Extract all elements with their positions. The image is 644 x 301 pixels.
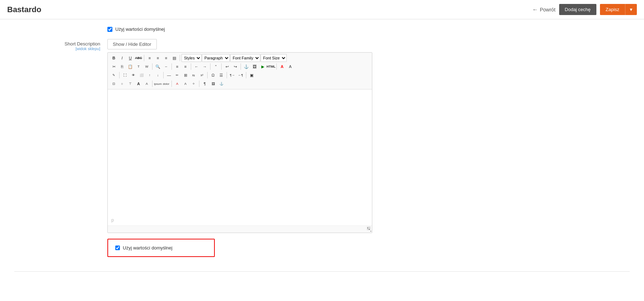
back-link[interactable]: ← Powrót: [532, 6, 556, 13]
text-wrap-button[interactable]: ⊤: [126, 80, 134, 88]
add-attribute-button[interactable]: Dodaj cechę: [559, 4, 596, 15]
back-arrow-icon: ←: [532, 6, 538, 13]
ltr-button[interactable]: ¶→: [228, 71, 236, 79]
toolbar-row-4: ⊡ ○ ⊤ A A ipsum dolor A A ✧ ¶: [110, 80, 370, 88]
paragraph-select[interactable]: Paragraph: [202, 54, 230, 62]
use-default-checkbox-bottom[interactable]: [115, 246, 120, 250]
fullscreen-button[interactable]: ⛶: [121, 71, 129, 79]
text-color-button[interactable]: A: [278, 63, 286, 71]
edit2-button[interactable]: ✏: [173, 71, 181, 79]
toolbar-sep-5: [191, 63, 191, 70]
undo-button[interactable]: ↩: [223, 63, 231, 71]
move-down-button[interactable]: ↓: [154, 71, 162, 79]
bold-button[interactable]: B: [110, 54, 118, 62]
toolbar-sep-2: [180, 55, 180, 61]
header-actions: ← Powrót Dodaj cechę Zapisz ▼: [532, 4, 637, 15]
paragraph2-button[interactable]: ¶: [201, 80, 209, 88]
citation-button[interactable]: ☰: [217, 71, 225, 79]
toolbar-sep-16: [171, 81, 172, 87]
redo-button[interactable]: ↪: [231, 63, 239, 71]
bg-color-button[interactable]: A: [286, 63, 294, 71]
paste-word-button[interactable]: W: [143, 63, 151, 71]
toolbar-sep-17: [199, 81, 199, 87]
replace-button[interactable]: ↔: [162, 63, 170, 71]
image-button[interactable]: 🖼: [251, 63, 258, 71]
save-button[interactable]: Zapisz: [600, 4, 625, 15]
move-up-button[interactable]: ↑: [146, 71, 154, 79]
toolbar-sep-15: [152, 81, 152, 87]
resize-icon: ⋱: [367, 227, 371, 230]
italic-button[interactable]: I: [118, 54, 126, 62]
styles-select[interactable]: Styles: [181, 54, 202, 62]
image2-button[interactable]: 🖼: [209, 80, 217, 88]
strikethrough-button[interactable]: ABC: [135, 54, 142, 62]
edit-button[interactable]: ✎: [110, 71, 118, 79]
numbered-list-button[interactable]: ≡: [181, 63, 189, 71]
bullet-list-button[interactable]: ≡: [173, 63, 181, 71]
rich-text-editor: B I U ABC ≡ ≡ ≡ ▤ Styles: [107, 52, 372, 233]
toolbar-sep-3: [152, 63, 152, 70]
html-button[interactable]: HTML: [267, 63, 275, 71]
font-family-select[interactable]: Font Family: [230, 54, 260, 62]
cut-button[interactable]: ✂: [110, 63, 118, 71]
use-default-label-top: Użyj wartości domyślnej: [115, 26, 165, 32]
font-a2-button[interactable]: A: [143, 80, 151, 88]
main-content: Użyj wartości domyślnej Short Descriptio…: [0, 19, 644, 301]
back-label: Powrót: [540, 7, 556, 13]
outdent-button[interactable]: ←: [193, 63, 200, 71]
table-button[interactable]: ⊞: [181, 71, 189, 79]
show-hide-editor-button[interactable]: Show / Hide Editor: [107, 39, 157, 49]
underline-button[interactable]: U: [126, 54, 134, 62]
superscript-button[interactable]: x²: [198, 71, 206, 79]
top-checkbox-row: Użyj wartości domyślnej: [14, 26, 630, 32]
editor-resize-handle[interactable]: ⋱: [108, 225, 372, 233]
font-size-select[interactable]: Font Size: [261, 54, 287, 62]
hr-button[interactable]: —: [165, 71, 173, 79]
link-button[interactable]: ⚓: [242, 63, 250, 71]
short-description-label: Short Description: [14, 41, 100, 47]
find-button[interactable]: 🔍: [154, 63, 162, 71]
font-a-button[interactable]: A: [135, 80, 142, 88]
rtl-button[interactable]: ←¶: [237, 71, 244, 79]
use-default-checkbox-top[interactable]: [107, 27, 112, 32]
editor-toolbar: B I U ABC ≡ ≡ ≡ ▤ Styles: [108, 53, 372, 89]
toolbar-sep-7: [221, 63, 222, 70]
toolbar-sep-10: [119, 72, 120, 78]
toolbar-row-3: ✎ ⛶ 👁 ⬜ ↑ ↓ — ✏ ⊞ x₂ x² Ω: [110, 71, 370, 79]
editor-placeholder-text: p: [111, 217, 114, 223]
align-justify-button[interactable]: ▤: [170, 54, 178, 62]
dolor-button[interactable]: dolor: [162, 80, 170, 88]
subscript-button[interactable]: x₂: [190, 71, 198, 79]
align-right-button[interactable]: ≡: [162, 54, 170, 62]
crop-button[interactable]: ⊡: [110, 80, 118, 88]
paste-button[interactable]: 📋: [126, 63, 134, 71]
use-default-label-bottom: Użyj wartości domyślnej: [123, 245, 173, 251]
media-button[interactable]: ▶: [259, 63, 267, 71]
copy-button[interactable]: ⎘: [118, 63, 126, 71]
template-button[interactable]: ⬜: [137, 71, 145, 79]
toolbar-row-2: ✂ ⎘ 📋 T W 🔍 ↔ ≡ ≡ ← →: [110, 63, 370, 71]
magic-button[interactable]: ✧: [190, 80, 198, 88]
special-char-button[interactable]: Ω: [209, 71, 217, 79]
anchor-button[interactable]: ⚓: [217, 80, 225, 88]
align-left-button[interactable]: ≡: [146, 54, 154, 62]
short-description-row: Short Description [widok sklepu] Show / …: [14, 39, 630, 233]
page-header: Bastardo ← Powrót Dodaj cechę Zapisz ▼: [0, 0, 644, 19]
shape-button[interactable]: ○: [118, 80, 126, 88]
toolbar-sep-14: [246, 72, 246, 78]
align-center-button[interactable]: ≡: [154, 54, 162, 62]
toolbar-sep-1: [144, 55, 144, 61]
toolbar-sep-12: [207, 72, 208, 78]
preview-button[interactable]: 👁: [129, 71, 137, 79]
layers-button[interactable]: ▣: [248, 71, 256, 79]
short-description-sublabel: [widok sklepu]: [14, 47, 100, 51]
text-a2-button[interactable]: A: [181, 80, 189, 88]
lorem-button[interactable]: ipsum: [154, 80, 162, 88]
save-dropdown-button[interactable]: ▼: [625, 4, 637, 15]
paste-text-button[interactable]: T: [135, 63, 142, 71]
blockquote-button[interactable]: ": [212, 63, 220, 71]
text-a-button[interactable]: A: [173, 80, 181, 88]
page-divider: [14, 271, 630, 272]
indent-button[interactable]: →: [201, 63, 209, 71]
editor-body[interactable]: p: [108, 89, 372, 225]
